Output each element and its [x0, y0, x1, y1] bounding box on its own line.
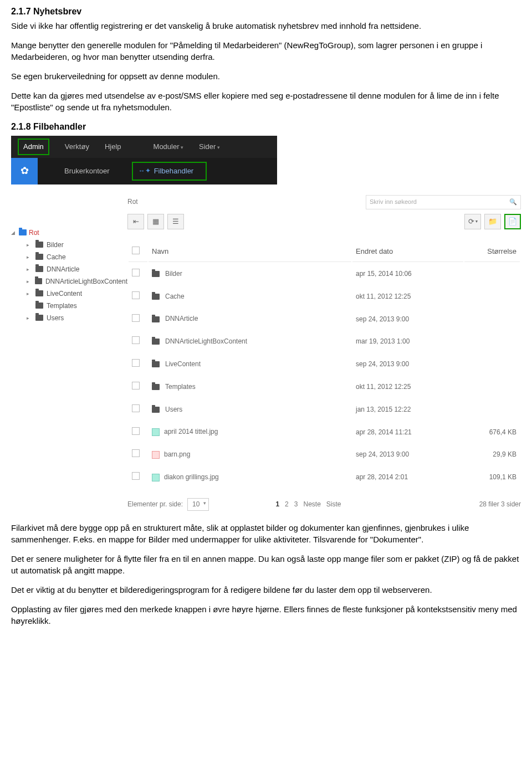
row-checkbox[interactable]	[132, 449, 140, 457]
folder-icon	[35, 266, 43, 272]
refresh-button[interactable]: ⟳▾	[464, 214, 481, 229]
folder-icon	[152, 384, 160, 390]
file-manager-link[interactable]: ↔✦ Filbehandler	[132, 162, 207, 181]
file-date: okt 11, 2012 12:25	[352, 376, 463, 398]
table-row[interactable]: Usersjan 13, 2015 12:22	[129, 399, 520, 421]
image-file-icon	[152, 451, 160, 459]
expand-icon[interactable]	[27, 312, 32, 324]
tree-item[interactable]: Users	[11, 312, 127, 324]
column-header-name[interactable]: Navn	[149, 242, 351, 262]
file-date: apr 15, 2014 10:06	[352, 263, 463, 285]
tree-item[interactable]: Templates	[11, 300, 127, 312]
folder-tree: Rot BilderCacheDNNArticleDNNArticleLight…	[11, 194, 127, 511]
list-view-button[interactable]: ☰	[167, 214, 184, 229]
row-checkbox[interactable]	[132, 291, 140, 299]
expand-icon[interactable]	[27, 239, 32, 251]
table-row[interactable]: diakon grillings.jpgapr 28, 2014 2:01109…	[129, 467, 520, 488]
file-size	[464, 353, 520, 375]
modules-dropdown[interactable]: Moduler	[154, 142, 183, 152]
column-header-size[interactable]: Størrelse	[464, 242, 520, 262]
table-row[interactable]: april 2014 tittel.jpgapr 28, 2014 11:216…	[129, 422, 520, 443]
admin-menu[interactable]: Admin	[18, 139, 49, 155]
tools-menu[interactable]: Verktøy	[65, 142, 89, 152]
expand-icon[interactable]	[27, 275, 32, 288]
file-size	[464, 286, 520, 307]
tree-item[interactable]: Cache	[11, 251, 127, 263]
chevron-down-icon: ▾	[475, 218, 478, 224]
file-date: sep 24, 2013 9:00	[352, 353, 463, 375]
file-date: jan 13, 2015 12:22	[352, 399, 463, 421]
tree-item[interactable]: Bilder	[11, 239, 127, 251]
table-row[interactable]: DNNArticlesep 24, 2013 9:00	[129, 309, 520, 330]
paragraph: Mange benytter den generelle modulen for…	[11, 39, 521, 63]
paragraph: Side vi ikke har offentlig registrering …	[11, 20, 521, 32]
file-name: LiveContent	[165, 360, 201, 368]
image-file-icon	[152, 428, 160, 436]
folder-icon	[35, 315, 43, 321]
row-checkbox[interactable]	[132, 359, 140, 367]
row-checkbox[interactable]	[132, 269, 140, 276]
row-checkbox[interactable]	[132, 382, 140, 389]
select-all-checkbox[interactable]	[132, 247, 140, 254]
file-size: 109,1 KB	[464, 467, 520, 488]
gear-button[interactable]: ✿	[11, 158, 38, 184]
file-name: Templates	[165, 383, 196, 391]
expand-icon[interactable]	[27, 288, 32, 300]
pages-dropdown[interactable]: Sider	[199, 142, 220, 152]
folder-icon	[19, 229, 27, 235]
section-heading-218: 2.1.8 Filbehandler	[11, 121, 521, 133]
search-input[interactable]: Skriv inn søkeord 🔍	[366, 195, 521, 209]
arrow-in-icon: ⇤	[133, 217, 139, 227]
tree-item[interactable]: LiveContent	[11, 288, 127, 300]
expand-icon[interactable]	[27, 263, 32, 275]
pagination: 1 2 3 Neste Siste	[275, 500, 341, 509]
file-date: okt 11, 2012 12:25	[352, 286, 463, 307]
row-checkbox[interactable]	[132, 404, 140, 412]
file-name: DNNArticle	[165, 315, 198, 323]
file-size	[464, 399, 520, 421]
row-checkbox[interactable]	[132, 336, 140, 344]
perpage-select[interactable]: 10	[187, 498, 209, 511]
tree-item[interactable]: DNNArticle	[11, 263, 127, 275]
folder-icon	[152, 361, 160, 367]
folder-icon	[152, 316, 160, 322]
row-checkbox[interactable]	[132, 427, 140, 435]
section-heading-217: 2.1.7 Nyhetsbrev	[11, 6, 521, 18]
breadcrumb: Rot	[127, 197, 366, 207]
page-3[interactable]: 3	[294, 500, 298, 509]
paragraph: Filarkivet må dere bygge opp på en struk…	[11, 522, 521, 545]
table-row[interactable]: Bilderapr 15, 2014 10:06	[129, 263, 520, 285]
folder-icon	[152, 271, 160, 277]
file-name: barn.png	[164, 451, 190, 459]
user-accounts-link[interactable]: Brukerkontoer	[64, 166, 110, 176]
table-row[interactable]: DNNArticleLightBoxContentmar 19, 2013 1:…	[129, 331, 520, 352]
tree-item[interactable]: DNNArticleLightBoxContent	[11, 275, 127, 288]
upload-button[interactable]: 📄	[504, 214, 521, 229]
expand-icon[interactable]	[27, 251, 32, 263]
help-menu[interactable]: Hjelp	[105, 142, 121, 152]
page-2[interactable]: 2	[285, 500, 289, 509]
file-manager-screenshot: Rot BilderCacheDNNArticleDNNArticleLight…	[11, 194, 521, 511]
page-last[interactable]: Siste	[326, 500, 341, 509]
page-1[interactable]: 1	[275, 500, 279, 509]
folder-plus-icon: 📁	[488, 217, 497, 227]
image-file-icon	[152, 474, 160, 481]
row-checkbox[interactable]	[132, 314, 140, 322]
grid-view-button[interactable]: ▦	[147, 214, 164, 229]
table-row[interactable]: barn.pngsep 24, 2013 9:0029,9 KB	[129, 444, 520, 465]
file-date: sep 24, 2013 9:00	[352, 444, 463, 465]
page-next[interactable]: Neste	[303, 500, 320, 509]
collapse-button[interactable]: ⇤	[127, 214, 144, 229]
file-count-summary: 28 filer 3 sider	[479, 500, 521, 509]
search-icon[interactable]: 🔍	[509, 198, 517, 206]
paragraph: Det er senere muligheter for å flytte fi…	[11, 553, 521, 576]
expand-icon[interactable]	[11, 227, 17, 239]
new-folder-button[interactable]: 📁	[484, 214, 501, 229]
row-checkbox[interactable]	[132, 472, 140, 480]
table-row[interactable]: Templatesokt 11, 2012 12:25	[129, 376, 520, 398]
column-header-date[interactable]: Endret dato	[352, 242, 463, 262]
table-row[interactable]: LiveContentsep 24, 2013 9:00	[129, 353, 520, 375]
file-date: apr 28, 2014 2:01	[352, 467, 463, 488]
tree-root-item[interactable]: Rot	[11, 227, 127, 239]
table-row[interactable]: Cacheokt 11, 2012 12:25	[129, 286, 520, 307]
